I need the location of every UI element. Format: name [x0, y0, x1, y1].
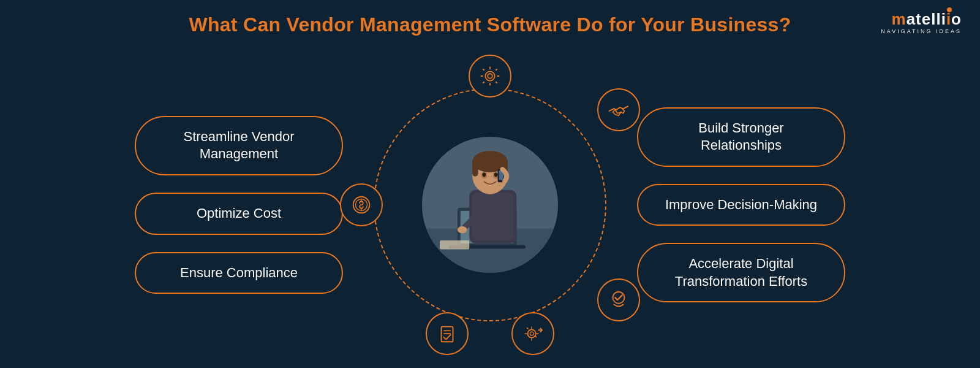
center-diagram [361, 76, 619, 334]
svg-point-26 [494, 172, 498, 177]
svg-point-25 [482, 172, 486, 177]
feature-decision: Improve Decision-Making [637, 184, 845, 226]
left-features: Streamline VendorManagement Optimize Cos… [135, 116, 343, 294]
logo-tagline: NAVIGATING IDEAS [881, 28, 962, 34]
logo-brand: matelliio [892, 11, 962, 27]
decision-icon [597, 278, 640, 321]
svg-point-8 [527, 329, 535, 337]
feature-optimize: Optimize Cost [135, 193, 343, 235]
svg-rect-15 [440, 240, 469, 249]
svg-point-0 [485, 71, 494, 80]
handshake-icon [597, 88, 640, 131]
main-layout: Streamline VendorManagement Optimize Cos… [0, 42, 980, 367]
feature-digital: Accelerate DigitalTransformation Efforts [637, 243, 845, 302]
svg-point-9 [530, 332, 533, 335]
feature-relationships: Build StrongerRelationships [637, 107, 845, 167]
svg-rect-5 [442, 327, 453, 342]
compliance-icon [426, 312, 469, 355]
logo: matelliio NAVIGATING IDEAS [881, 11, 962, 34]
cost-icon [340, 183, 383, 226]
svg-point-29 [458, 226, 467, 234]
feature-compliance: Ensure Compliance [135, 252, 343, 294]
digital-icon [511, 312, 554, 355]
right-features: Build StrongerRelationships Improve Deci… [637, 107, 845, 303]
feature-streamline: Streamline VendorManagement [135, 116, 343, 175]
svg-point-1 [488, 74, 492, 79]
svg-rect-21 [472, 162, 478, 177]
center-person-photo [420, 134, 560, 275]
page-title: What Can Vendor Management Software Do f… [0, 0, 980, 36]
vendor-mgmt-icon [469, 55, 511, 98]
